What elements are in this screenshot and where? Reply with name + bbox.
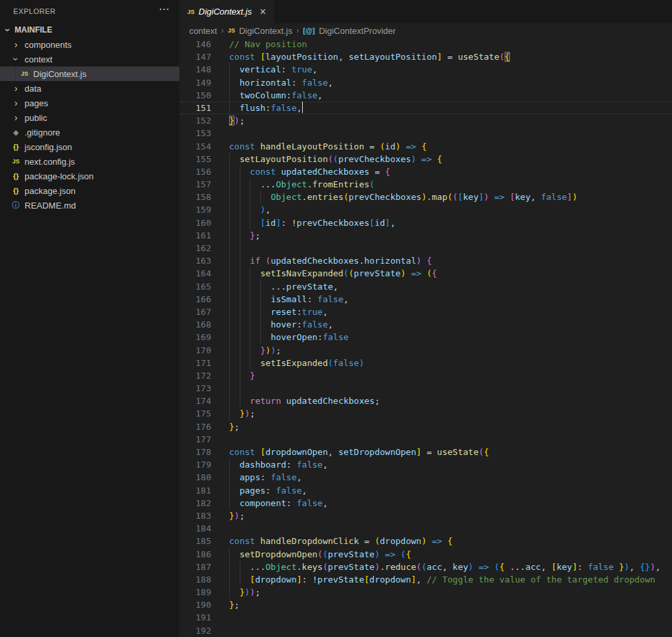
code-token	[255, 447, 260, 457]
code-line[interactable]: 160 [id]: !prevCheckboxes[id],	[179, 217, 672, 229]
code-text: });	[211, 407, 255, 420]
code-token: dropdownOpen	[266, 447, 328, 457]
chevron-down-icon[interactable]: ›	[11, 54, 21, 64]
code-line[interactable]: 170 }));	[179, 344, 672, 357]
code-line[interactable]: 165 ...prevState,	[179, 280, 672, 293]
code-line[interactable]: 192	[179, 624, 672, 637]
breadcrumb-segment-folder[interactable]: context	[189, 26, 217, 36]
code-line[interactable]: 146// Nav position	[179, 38, 672, 50]
code-line[interactable]: 158 Object.entries(prevCheckboxes).map((…	[179, 191, 672, 203]
indent-guide	[250, 203, 250, 216]
code-text	[211, 433, 229, 446]
code-line[interactable]: 157 ...Object.fromEntries(	[179, 178, 672, 191]
explorer-title: EXPLORER	[13, 7, 56, 15]
indent-guide	[240, 165, 240, 178]
tab-bar: JS DigiContext.js ×	[179, 0, 672, 23]
tab-digicontext[interactable]: JS DigiContext.js ×	[179, 0, 274, 23]
tree-item-next-config-js[interactable]: JSnext.config.js	[0, 154, 179, 169]
tree-item-pages[interactable]: ›pages	[0, 96, 179, 110]
indent-guide	[229, 102, 230, 114]
chevron-right-icon[interactable]: ›	[11, 39, 21, 50]
tree-item-public[interactable]: ›public	[0, 110, 179, 125]
code-token: {	[422, 141, 427, 151]
code-token: id	[266, 218, 276, 228]
tree-item-digicontext-js[interactable]: JSDigiContext.js	[0, 66, 179, 81]
breadcrumb-segment-symbol[interactable]: DigiContextProvider	[319, 26, 396, 36]
code-line[interactable]: 172 }	[179, 369, 672, 382]
code-line[interactable]: 178const [dropdownOpen, setDropdownOpen]…	[179, 446, 672, 458]
code-line[interactable]: 177	[179, 433, 672, 446]
code-line[interactable]: 148 vertical: true,	[179, 63, 672, 76]
code-line[interactable]: 187 ...Object.keys(prevState).reduce((ac…	[179, 561, 672, 573]
code-line[interactable]: 147const [layoutPosition, setLayoutPosit…	[179, 50, 672, 63]
code-line[interactable]: 181 pages: false,	[179, 484, 672, 497]
breadcrumb: context › JS DigiContext.js › [@] DigiCo…	[179, 23, 672, 38]
code-line[interactable]: 173	[179, 382, 672, 395]
code-token: (	[494, 562, 499, 572]
line-number: 147	[179, 50, 211, 63]
tree-item-package-lock-json[interactable]: {}package-lock.json	[0, 169, 179, 183]
chevron-right-icon[interactable]: ›	[11, 98, 21, 108]
code-line[interactable]: 186 setDropdownOpen((prevState) => ({	[179, 548, 672, 561]
tree-item-jsconfig-json[interactable]: {}jsconfig.json	[0, 139, 179, 154]
section-header-mainfile[interactable]: › MAINFILE	[0, 23, 179, 37]
code-line[interactable]: 180 apps: false,	[179, 471, 672, 484]
indent-guide	[229, 203, 230, 216]
code-line[interactable]: 164 setIsNavExpanded((prevState) => ({	[179, 267, 672, 280]
code-line[interactable]: 166 isSmall: false,	[179, 293, 672, 306]
code-line[interactable]: 185const handleDropdownClick = (dropdown…	[179, 535, 672, 547]
tree-item-readme-md[interactable]: ⓘREADME.md	[0, 198, 179, 213]
code-token: )	[375, 549, 380, 559]
code-token: .	[380, 562, 385, 572]
code-line[interactable]: 174 return updatedCheckboxes;	[179, 395, 672, 407]
code-line[interactable]: 162	[179, 242, 672, 254]
code-line[interactable]: 175 });	[179, 407, 672, 420]
code-line[interactable]: 152});	[179, 114, 672, 127]
breadcrumb-segment-file[interactable]: DigiContext.js	[239, 26, 292, 36]
code-token	[442, 536, 448, 546]
more-actions-icon[interactable]: ⋯	[159, 3, 170, 15]
code-line[interactable]: 183});	[179, 509, 672, 522]
tree-item-package-json[interactable]: {}package.json	[0, 183, 179, 198]
code-line[interactable]: 184	[179, 522, 672, 535]
code-line[interactable]: 156 const updatedCheckboxes = {	[179, 165, 672, 178]
chevron-right-icon[interactable]: ›	[11, 112, 21, 123]
code-line[interactable]: 151 flush:false,	[179, 102, 672, 114]
code-token: )	[411, 154, 416, 164]
code-token: false	[323, 332, 349, 342]
code-token: ...	[229, 562, 266, 572]
code-line[interactable]: 189 }));	[179, 586, 672, 598]
code-token: prevState	[317, 575, 364, 585]
code-line[interactable]: 169 hoverOpen:false	[179, 331, 672, 343]
code-line[interactable]: 155 setLayoutPosition((prevCheckboxes) =…	[179, 153, 672, 165]
tree-item-data[interactable]: ›data	[0, 81, 179, 96]
code-line[interactable]: 176};	[179, 420, 672, 433]
code-line[interactable]: 163 if (updatedCheckboxes.horizontal) {	[179, 254, 672, 267]
code-line[interactable]: 182 component: false,	[179, 497, 672, 509]
tree-item--gitignore[interactable]: ◆.gitignore	[0, 125, 179, 139]
code-line[interactable]: 161 };	[179, 229, 672, 242]
tree-item-components[interactable]: ›components	[0, 37, 179, 52]
code-token	[229, 472, 240, 482]
code-line[interactable]: 150 twoColumn:false,	[179, 89, 672, 102]
chevron-right-icon[interactable]: ›	[11, 83, 21, 94]
code-line[interactable]: 153	[179, 127, 672, 139]
code-line[interactable]: 188 [dropdown]: !prevState[dropdown], //…	[179, 573, 672, 586]
close-icon[interactable]: ×	[260, 6, 266, 18]
code-line[interactable]: 159 ),	[179, 203, 672, 216]
code-line[interactable]: 167 reset:true,	[179, 306, 672, 318]
code-line[interactable]: 179 dashboard: false,	[179, 458, 672, 471]
code-line[interactable]: 191	[179, 611, 672, 624]
code-line[interactable]: 168 hover:false,	[179, 318, 672, 331]
code-line[interactable]: 190};	[179, 598, 672, 611]
tree-item-context[interactable]: ›context	[0, 52, 179, 66]
code-token: =>	[385, 549, 396, 559]
code-comment: // Toggle the value of the targeted drop…	[426, 575, 655, 585]
code-token: vertical	[240, 64, 282, 74]
code-line[interactable]: 171 setIsExpanded(false)	[179, 357, 672, 369]
code-line[interactable]: 154const handleLayoutPosition = (id) => …	[179, 140, 672, 153]
code-token: handleDropdownClick	[260, 536, 359, 546]
code-token: )	[650, 562, 655, 572]
code-line[interactable]: 149 horizontal: false,	[179, 76, 672, 89]
code-token: Object	[271, 192, 302, 202]
